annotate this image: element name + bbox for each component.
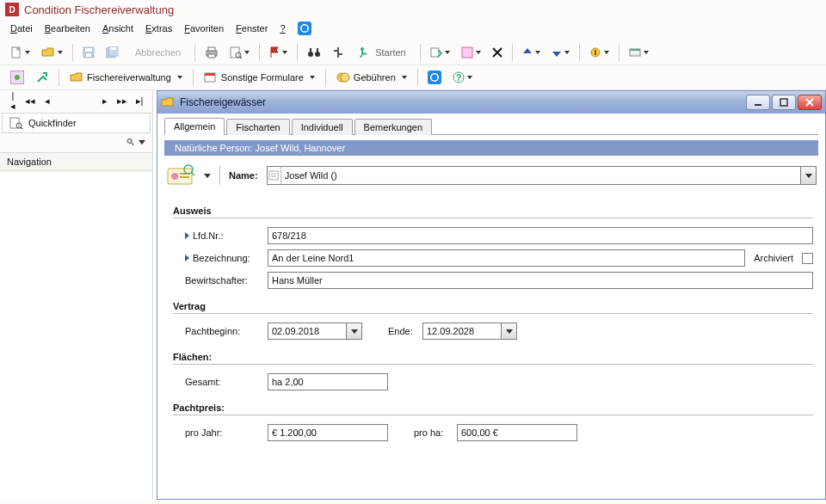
svg-line-14 [240, 57, 242, 58]
bewirtschafter-field[interactable] [268, 272, 813, 289]
name-label: Name: [229, 170, 258, 181]
navigation-header[interactable]: Navigation [0, 152, 152, 171]
nav-up-button[interactable] [519, 43, 544, 62]
menu-favoriten[interactable]: Favoriten [184, 23, 224, 34]
arrow-icon [185, 255, 189, 261]
svg-text:?: ? [455, 72, 461, 83]
binoculars-icon[interactable] [304, 43, 324, 62]
open-button[interactable] [38, 43, 66, 62]
chevron-down-icon[interactable] [139, 140, 145, 144]
sonstige-formulare-menu[interactable]: Sonstige Formulare [200, 68, 319, 87]
form-body: Ausweis Lfd.Nr.: Bezeichnung: Archiviert… [157, 200, 825, 462]
abort-button: Abbrechen [127, 43, 188, 62]
menu-datei[interactable]: Datei [10, 23, 33, 34]
window-icon [161, 95, 175, 109]
tool-d-button[interactable] [626, 43, 652, 62]
module-a-icon[interactable] [7, 68, 28, 87]
separator [194, 44, 195, 61]
mdi-area: Fischereigewässer Allgemein Fischarten I… [153, 90, 826, 500]
nav-down-button[interactable] [548, 43, 573, 62]
separator [417, 69, 418, 86]
close-button[interactable] [798, 95, 822, 110]
separator [297, 44, 298, 61]
menu-bearbeiten[interactable]: Bearbeiten [45, 23, 90, 34]
separator [325, 69, 326, 86]
new-button[interactable] [7, 43, 34, 62]
flag-button[interactable] [266, 43, 291, 62]
help-button[interactable]: ? [449, 68, 476, 87]
svg-rect-21 [339, 53, 342, 55]
name-value: Josef Wild () [281, 170, 800, 181]
menu-extras[interactable]: Extras [145, 23, 172, 34]
minimize-button[interactable] [746, 95, 770, 110]
tab-fischarten[interactable]: Fischarten [226, 119, 289, 135]
teamviewer-icon[interactable] [298, 22, 311, 35]
tool-a-button[interactable] [427, 43, 453, 62]
record-first-button[interactable]: |◂ [5, 94, 21, 108]
record-fastnext-button[interactable]: ▸▸ [114, 94, 130, 108]
name-combobox[interactable]: Josef Wild () [267, 166, 817, 185]
menu-help[interactable]: ? [280, 23, 285, 34]
lfdnr-field[interactable] [268, 227, 813, 244]
toolbar-main: Abbrechen Starten [0, 40, 826, 65]
gebuehren-menu[interactable]: Gebühren [332, 68, 411, 87]
group-flaechen: Flächen: Gesamt: [173, 352, 813, 394]
separator [420, 44, 421, 61]
record-prev-button[interactable]: ◂ [40, 94, 55, 108]
svg-rect-11 [208, 54, 215, 58]
menu-ansicht[interactable]: Ansicht [102, 23, 133, 34]
quickfinder-header[interactable]: Quickfinder [2, 113, 151, 133]
separator [219, 166, 220, 185]
svg-rect-28 [630, 49, 640, 51]
svg-point-22 [361, 47, 364, 51]
tab-individuell[interactable]: Individuell [292, 119, 353, 135]
proha-field[interactable] [457, 424, 577, 441]
ende-field[interactable] [422, 323, 517, 340]
record-fastprev-button[interactable]: ◂◂ [22, 94, 38, 108]
tab-bemerkungen[interactable]: Bemerkungen [354, 119, 433, 135]
print-preview-button[interactable] [226, 43, 253, 62]
card-dropdown-icon[interactable] [204, 174, 211, 178]
name-dropdown-button[interactable] [800, 167, 816, 184]
delete-button[interactable] [489, 43, 506, 62]
toolbar-modules: Fischereiverwaltung Sonstige Formulare G… [0, 65, 826, 90]
start-button[interactable]: Starten [352, 43, 413, 62]
teamviewer-button[interactable] [424, 68, 445, 87]
svg-rect-47 [180, 176, 189, 178]
projahr-field[interactable] [268, 424, 388, 441]
group-vertrag: Vertrag Pachtbeginn: Ende: [173, 301, 813, 343]
record-last-button[interactable]: ▸| [132, 94, 147, 108]
svg-point-30 [15, 75, 20, 80]
module-b-icon[interactable] [32, 68, 52, 87]
menu-fenster[interactable]: Fenster [236, 23, 268, 34]
record-navigator: |◂ ◂◂ ◂ ▸ ▸▸ ▸| [0, 90, 152, 111]
svg-rect-4 [85, 48, 92, 52]
tool-b-button[interactable] [458, 43, 484, 62]
svg-point-45 [171, 173, 178, 180]
date-dropdown-button[interactable] [501, 323, 516, 339]
group-pachtpreis: Pachtpreis: pro Jahr: pro ha: [173, 403, 813, 445]
record-next-button[interactable]: ▸ [97, 94, 113, 108]
maximize-button[interactable] [772, 95, 796, 110]
tool-c-button[interactable] [586, 43, 613, 62]
sidebar: |◂ ◂◂ ◂ ▸ ▸▸ ▸| Quickfinder 🔍︎ Navigatio… [0, 90, 153, 500]
mdi-titlebar[interactable]: Fischereigewässer [157, 91, 825, 114]
quickfinder-search-row: 🔍︎ [0, 135, 152, 152]
svg-line-41 [21, 127, 22, 129]
archiviert-checkbox[interactable] [802, 253, 813, 264]
mdi-window-fischereigewaesser: Fischereigewässer Allgemein Fischarten I… [157, 90, 826, 500]
svg-rect-5 [86, 53, 91, 57]
gesamt-field[interactable] [268, 373, 388, 390]
pachtbeginn-field[interactable] [268, 323, 362, 340]
search-icon[interactable]: 🔍︎ [126, 137, 135, 147]
tab-allgemein[interactable]: Allgemein [164, 118, 225, 135]
fischereiverwaltung-menu[interactable]: Fischereiverwaltung [65, 68, 187, 87]
date-dropdown-button[interactable] [346, 323, 361, 339]
svg-rect-0 [298, 22, 311, 35]
print-button[interactable] [201, 43, 222, 62]
archiviert-label: Archiviert [754, 253, 793, 263]
bezeichnung-field[interactable] [268, 249, 745, 267]
filter-button[interactable] [329, 43, 348, 62]
bewirtschafter-label: Bewirtschafter: [185, 275, 259, 286]
svg-rect-50 [269, 171, 278, 180]
